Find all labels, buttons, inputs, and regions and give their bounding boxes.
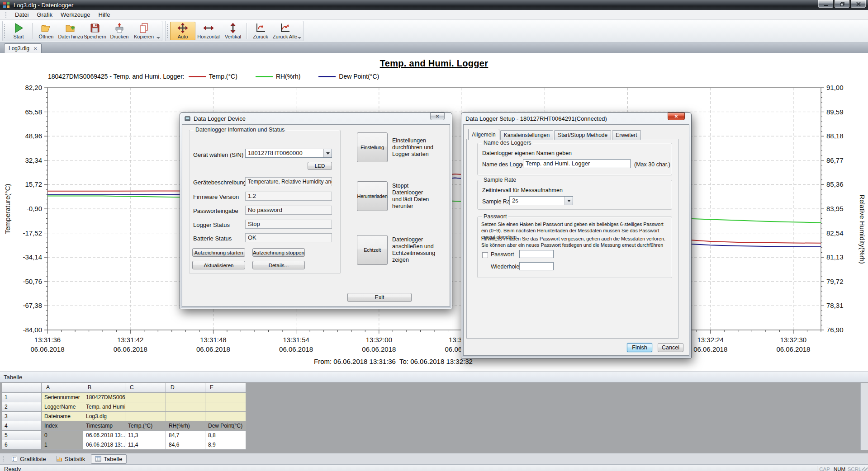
table-cell[interactable]: 8,9 bbox=[205, 440, 246, 450]
view-tab-tabelle[interactable]: Tabelle bbox=[91, 454, 126, 464]
toolbar-button-zur-ck[interactable]: Zurück bbox=[248, 22, 273, 40]
toolbar-overflow-icon[interactable] bbox=[298, 37, 301, 39]
device-select-combobox[interactable]: 180127RHT0060000 bbox=[245, 149, 332, 158]
start-recording-button[interactable]: Aufzeichnung starten bbox=[192, 248, 245, 257]
table-cell[interactable] bbox=[125, 393, 166, 402]
table-cell[interactable]: 11,3 bbox=[125, 431, 166, 440]
setup-dialog-close-button[interactable]: ✕ bbox=[668, 113, 685, 120]
view-tab-grafikliste[interactable]: Grafikliste bbox=[7, 454, 50, 464]
table-cell[interactable]: LoggerName bbox=[42, 402, 83, 412]
table-cell[interactable]: Temp.(°C) bbox=[125, 421, 166, 431]
toolbar-button-horizontal[interactable]: Horizontal bbox=[196, 22, 221, 40]
table-cell[interactable] bbox=[166, 402, 205, 412]
row-header[interactable]: 5 bbox=[2, 431, 42, 440]
chevron-down-icon[interactable] bbox=[564, 197, 573, 205]
table-cell[interactable]: RH(%rh) bbox=[166, 421, 205, 431]
table-cell[interactable] bbox=[166, 393, 205, 402]
table-cell[interactable] bbox=[125, 412, 166, 421]
table-cell[interactable] bbox=[166, 412, 205, 421]
chevron-down-icon[interactable] bbox=[323, 149, 332, 157]
toolbar-button-datei-hinzu[interactable]: Datei hinzu bbox=[58, 22, 83, 40]
toolbar-button-auto[interactable]: Auto bbox=[170, 22, 195, 40]
toolbar-button-speichern[interactable]: Speichern bbox=[83, 22, 107, 40]
view-tab-statistik[interactable]: Statistik bbox=[52, 454, 90, 464]
table-cell[interactable] bbox=[125, 402, 166, 412]
cancel-button[interactable]: Cancel bbox=[658, 343, 683, 352]
close-button[interactable] bbox=[850, 0, 866, 8]
row-header[interactable]: 3 bbox=[2, 412, 42, 421]
table-cell[interactable] bbox=[205, 393, 246, 402]
menu-datei[interactable]: Datei bbox=[11, 10, 33, 19]
table-cell[interactable]: 84,7 bbox=[166, 431, 205, 440]
led-button[interactable]: LED bbox=[308, 162, 332, 170]
table-cell[interactable]: 06.06.2018 13:... bbox=[83, 431, 125, 440]
password-input[interactable] bbox=[519, 250, 554, 258]
minimize-button[interactable] bbox=[818, 0, 834, 8]
data-table: ABCDE1Seriennummer180427DMS006...2Logger… bbox=[2, 383, 246, 450]
finish-button[interactable]: Finish bbox=[627, 343, 652, 352]
table-cell[interactable]: 180427DMS006... bbox=[83, 393, 125, 402]
menu-grafik[interactable]: Grafik bbox=[33, 10, 57, 19]
table-cell[interactable]: Log3.dlg bbox=[83, 412, 125, 421]
table-cell[interactable]: Dateiname bbox=[42, 412, 83, 421]
table-vertical-scrollbar[interactable] bbox=[860, 383, 868, 450]
refresh-button[interactable]: Aktualisieren bbox=[192, 261, 245, 269]
column-header-d[interactable]: D bbox=[166, 383, 205, 393]
settings-button[interactable]: Einstellung bbox=[357, 132, 388, 162]
resize-grip[interactable] bbox=[862, 467, 868, 471]
table-cell[interactable]: 11,4 bbox=[125, 440, 166, 450]
table-cell[interactable]: 06.06.2018 13:... bbox=[83, 440, 125, 450]
toolbar-button-kopieren[interactable]: Kopieren bbox=[132, 22, 156, 40]
details-button[interactable]: Details... bbox=[252, 261, 305, 269]
table-cell[interactable]: Seriennummer bbox=[42, 393, 83, 402]
stop-recording-button[interactable]: Aufzeichnung stoppen bbox=[252, 248, 305, 257]
column-header-c[interactable]: C bbox=[125, 383, 166, 393]
row-header[interactable]: 4 bbox=[2, 421, 42, 431]
menu-hilfe[interactable]: Hilfe bbox=[95, 10, 114, 19]
toolbar-button-start[interactable]: Start bbox=[6, 22, 31, 40]
toolbar-button-vertikal[interactable]: Vertikal bbox=[221, 22, 245, 40]
restore-button[interactable] bbox=[834, 0, 850, 8]
tab-close-icon[interactable]: ✕ bbox=[33, 46, 37, 51]
row-header[interactable]: 6 bbox=[2, 440, 42, 450]
download-button[interactable]: Herunterladen bbox=[357, 181, 388, 211]
table-cell[interactable]: 1 bbox=[42, 440, 83, 450]
table-cell[interactable] bbox=[205, 412, 246, 421]
logger-name-input[interactable]: Temp. and Humi. Logger bbox=[523, 159, 631, 168]
toolbar-button-zur-ck-alle[interactable]: Zurück Alle bbox=[273, 22, 297, 40]
setup-tab-allgemein[interactable]: Allgemein bbox=[468, 129, 499, 140]
table-cell[interactable] bbox=[205, 402, 246, 412]
table-corner-header[interactable] bbox=[2, 383, 42, 393]
divider bbox=[187, 283, 442, 284]
sample-rate-combobox[interactable]: 2s bbox=[509, 196, 573, 205]
setup-dialog-titlebar[interactable]: Data Logger Setup - 180127RHT0064291(Con… bbox=[461, 113, 691, 124]
toolbar-button-ffnen[interactable]: Öffnen bbox=[34, 22, 58, 40]
document-tab-log3[interactable]: Log3.dlg ✕ bbox=[4, 43, 42, 53]
password-repeat-input[interactable] bbox=[519, 262, 554, 270]
column-header-b[interactable]: B bbox=[83, 383, 125, 393]
exit-button[interactable]: Exit bbox=[347, 293, 412, 302]
setup-tab-erweitert[interactable]: Erweitert bbox=[612, 130, 640, 140]
menu-werkzeuge[interactable]: Werkzeuge bbox=[57, 10, 95, 19]
table-cell[interactable]: Dew Point(°C) bbox=[205, 421, 246, 431]
table-cell[interactable]: 0 bbox=[42, 431, 83, 440]
table-cell[interactable]: Timestamp bbox=[83, 421, 125, 431]
window-titlebar[interactable]: Log3.dlg - Datenlogger bbox=[0, 0, 868, 10]
password-checkbox[interactable] bbox=[482, 252, 488, 258]
row-header[interactable]: 2 bbox=[2, 402, 42, 412]
table-cell[interactable]: Index bbox=[42, 421, 83, 431]
row-header[interactable]: 1 bbox=[2, 393, 42, 402]
table-cell[interactable]: 8,8 bbox=[205, 431, 246, 440]
toolbar-button-drucken[interactable]: Drucken bbox=[107, 22, 132, 40]
copy-icon bbox=[138, 23, 149, 33]
toolbar-overflow-icon[interactable] bbox=[157, 37, 160, 39]
column-header-a[interactable]: A bbox=[42, 383, 83, 393]
table-cell[interactable]: 84,6 bbox=[166, 440, 205, 450]
device-dialog-titlebar[interactable]: Data Logger Device bbox=[180, 113, 452, 124]
setup-tab-start-stopp-methode[interactable]: Start/Stopp Methode bbox=[554, 130, 611, 140]
realtime-button[interactable]: Echtzeit bbox=[357, 235, 388, 265]
table-cell[interactable]: Temp. and Humi... bbox=[83, 402, 125, 412]
column-header-e[interactable]: E bbox=[205, 383, 246, 393]
setup-tab-kanaleinstellungen[interactable]: Kanaleinstellungen bbox=[500, 130, 553, 140]
device-dialog-close-button[interactable]: ✕ bbox=[430, 113, 445, 120]
